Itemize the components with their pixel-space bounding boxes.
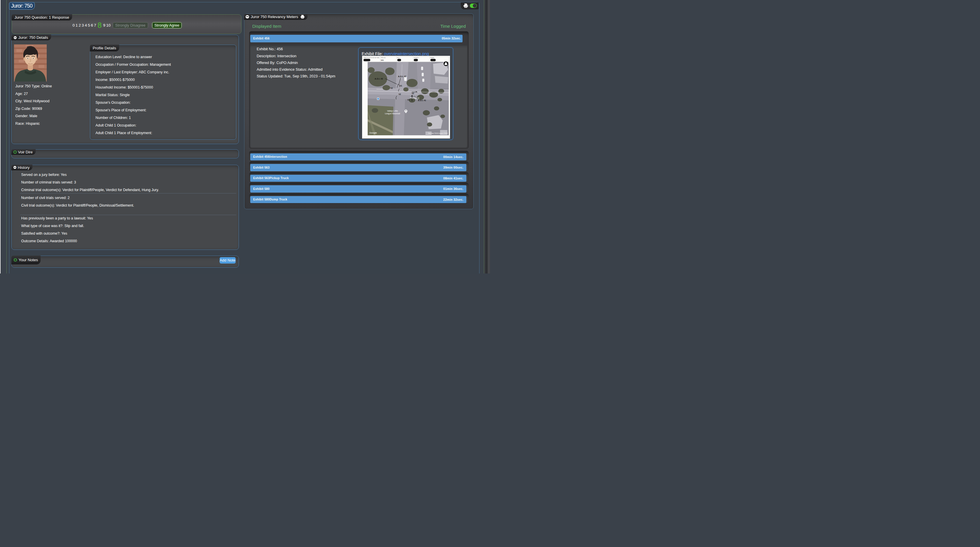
svg-text:V2: V2 — [399, 93, 401, 95]
svg-text:Florida St: Florida St — [410, 97, 420, 99]
svg-text:DATE OF COLLISION (MO DAY: DATE OF COLLISION (MO DAY YEAR) — [364, 57, 379, 59]
svg-text:1151: 1151 — [381, 60, 384, 61]
svg-text:V2: V2 — [390, 87, 393, 89]
svg-text:V2: V2 — [412, 92, 414, 94]
svg-text:Google: Google — [369, 131, 377, 134]
svg-text:NUMBER: NUMBER — [430, 57, 434, 59]
svg-text:League Baseball: League Baseball — [385, 113, 400, 115]
svg-text:A.O.I. #1: A.O.I. #1 — [418, 99, 426, 101]
svg-text:NCIC #: NCIC # — [397, 57, 400, 59]
svg-text:A.O.I. #3: A.O.I. #3 — [375, 78, 383, 80]
svg-text:A.O.I. #2: A.O.I. #2 — [398, 75, 406, 77]
svg-text:V1: V1 — [400, 85, 402, 87]
svg-text:V1: V1 — [407, 99, 410, 101]
svg-text:OFFICER I D: OFFICER I D — [414, 57, 419, 59]
svg-text:Map data ©2020 Imagery ©2020: Map data ©2020 Imagery ©2020 — [428, 132, 448, 134]
svg-text:Vallejo Little: Vallejo Little — [387, 110, 398, 112]
svg-text:TIME (2400): TIME (2400) — [381, 57, 386, 59]
